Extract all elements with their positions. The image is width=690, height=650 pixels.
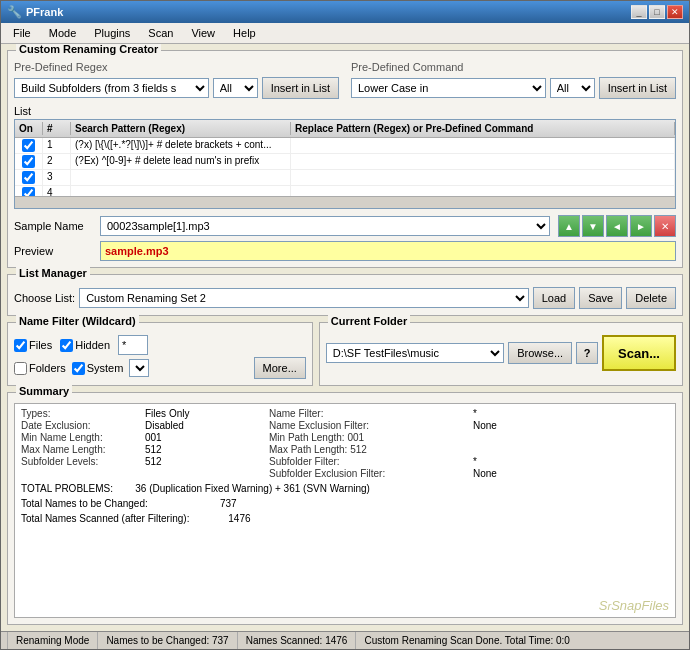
predefined-command-insert-btn[interactable]: Insert in List bbox=[599, 77, 676, 99]
hidden-check-label[interactable]: Hidden bbox=[60, 335, 110, 355]
system-check-label[interactable]: System bbox=[72, 362, 124, 375]
sample-name-dropdown[interactable]: 00023sample[1].mp3 bbox=[100, 216, 550, 236]
menu-plugins[interactable]: Plugins bbox=[86, 25, 138, 41]
choose-list-label: Choose List: bbox=[14, 292, 75, 304]
folders-check-label[interactable]: Folders bbox=[14, 362, 66, 375]
predefined-command-all[interactable]: All bbox=[550, 78, 595, 98]
folder-path-dropdown[interactable]: D:\SF TestFiles\music bbox=[326, 343, 504, 363]
row3-replace bbox=[291, 170, 675, 185]
types-key: Types: bbox=[21, 408, 141, 419]
row2-checkbox[interactable] bbox=[22, 155, 35, 168]
name-filter-key: Name Filter: bbox=[269, 408, 469, 419]
title-bar: 🔧 PFrank _ □ ✕ bbox=[1, 1, 689, 23]
choose-list-dropdown[interactable]: Custom Renaming Set 2 bbox=[79, 288, 528, 308]
filter-extra-dropdown[interactable] bbox=[129, 359, 149, 377]
delete-btn[interactable]: Delete bbox=[626, 287, 676, 309]
row1-num: 1 bbox=[43, 138, 71, 153]
wildcard-input[interactable] bbox=[118, 335, 148, 355]
max-path-key: Max Path Length: 512 bbox=[269, 444, 469, 455]
row4-replace bbox=[291, 186, 675, 196]
subfolder-excl-key: Subfolder Exclusion Filter: bbox=[269, 468, 469, 479]
app-icon: 🔧 bbox=[7, 5, 22, 19]
nav-up-btn[interactable]: ▲ bbox=[558, 215, 580, 237]
minimize-button[interactable]: _ bbox=[631, 5, 647, 19]
preview-label: Preview bbox=[14, 245, 96, 257]
menu-scan[interactable]: Scan bbox=[140, 25, 181, 41]
subfolder-excl-val: None bbox=[473, 468, 669, 479]
subfolder-filter-val: * bbox=[473, 456, 669, 467]
row2-replace bbox=[291, 154, 675, 169]
load-btn[interactable]: Load bbox=[533, 287, 575, 309]
date-excl-key: Date Exclusion: bbox=[21, 420, 141, 431]
col-search: Search Pattern (Regex) bbox=[71, 122, 291, 135]
files-checkbox[interactable] bbox=[14, 339, 27, 352]
total-names-key: Total Names to be Changed: bbox=[21, 498, 148, 509]
subfolder-filter-key: Subfolder Filter: bbox=[269, 456, 469, 467]
total-problems-key: TOTAL PROBLEMS: bbox=[21, 483, 113, 494]
maximize-button[interactable]: □ bbox=[649, 5, 665, 19]
watermark: SrSnapFiles bbox=[599, 597, 669, 613]
min-path-key: Min Path Length: 001 bbox=[269, 432, 469, 443]
max-name-val: 512 bbox=[145, 444, 265, 455]
summary-content: Types: Files Only Name Filter: * Date Ex… bbox=[14, 403, 676, 618]
nav-delete-btn[interactable]: ✕ bbox=[654, 215, 676, 237]
row1-checkbox[interactable] bbox=[22, 139, 35, 152]
menu-mode[interactable]: Mode bbox=[41, 25, 85, 41]
subfolder-levels-val: 512 bbox=[145, 456, 265, 467]
row4-checkbox[interactable] bbox=[22, 187, 35, 196]
preview-value: sample.mp3 bbox=[100, 241, 676, 261]
total-names-val: 737 bbox=[220, 498, 237, 509]
nav-right-btn[interactable]: ► bbox=[630, 215, 652, 237]
system-checkbox[interactable] bbox=[72, 362, 85, 375]
predefined-regex-all[interactable]: All bbox=[213, 78, 258, 98]
status-mode: Renaming Mode bbox=[7, 632, 98, 649]
name-excl-val: None bbox=[473, 420, 669, 431]
blank1 bbox=[21, 468, 141, 479]
menubar: File Mode Plugins Scan View Help bbox=[1, 23, 689, 44]
col-replace: Replace Pattern (Regex) or Pre-Defined C… bbox=[291, 122, 675, 135]
help-button[interactable]: ? bbox=[576, 342, 598, 364]
table-row: 4 bbox=[15, 186, 675, 196]
hidden-checkbox[interactable] bbox=[60, 339, 73, 352]
row3-checkbox[interactable] bbox=[22, 171, 35, 184]
scan-btn[interactable]: Scan... bbox=[602, 335, 676, 371]
predefined-regex-insert-btn[interactable]: Insert in List bbox=[262, 77, 339, 99]
row4-num: 4 bbox=[43, 186, 71, 196]
predefined-command-dropdown[interactable]: Lower Case in bbox=[351, 78, 546, 98]
horizontal-scrollbar[interactable] bbox=[15, 196, 675, 208]
name-filter-title: Name Filter (Wildcard) bbox=[16, 315, 139, 327]
browse-btn[interactable]: Browse... bbox=[508, 342, 572, 364]
predefined-command-label: Pre-Defined Command bbox=[351, 61, 676, 73]
menu-help[interactable]: Help bbox=[225, 25, 264, 41]
predefined-regex-label: Pre-Defined Regex bbox=[14, 61, 339, 73]
status-names-to-change: Names to be Changed: 737 bbox=[98, 632, 237, 649]
files-check-label[interactable]: Files bbox=[14, 335, 52, 355]
list-label: List bbox=[14, 105, 676, 117]
col-num: # bbox=[43, 122, 71, 135]
menu-file[interactable]: File bbox=[5, 25, 39, 41]
more-btn[interactable]: More... bbox=[254, 357, 306, 379]
total-names-row: Total Names to be Changed: 737 bbox=[21, 498, 669, 509]
table-header: On # Search Pattern (Regex) Replace Patt… bbox=[15, 120, 675, 138]
summary-group: Summary Types: Files Only Name Filter: *… bbox=[7, 392, 683, 625]
custom-renaming-title: Custom Renaming Creator bbox=[16, 44, 161, 55]
row3-search bbox=[71, 170, 291, 185]
date-excl-val: Disabled bbox=[145, 420, 265, 431]
folders-checkbox[interactable] bbox=[14, 362, 27, 375]
list-manager-title: List Manager bbox=[16, 267, 90, 279]
menu-view[interactable]: View bbox=[183, 25, 223, 41]
predefined-regex-dropdown[interactable]: Build Subfolders (from 3 fields s bbox=[14, 78, 209, 98]
min-name-val: 001 bbox=[145, 432, 265, 443]
row3-num: 3 bbox=[43, 170, 71, 185]
max-path-val bbox=[473, 444, 669, 455]
nav-down-btn[interactable]: ▼ bbox=[582, 215, 604, 237]
list-manager-group: List Manager Choose List: Custom Renamin… bbox=[7, 274, 683, 316]
max-name-key: Max Name Length: bbox=[21, 444, 141, 455]
save-btn[interactable]: Save bbox=[579, 287, 622, 309]
status-names-scanned: Names Scanned: 1476 bbox=[238, 632, 357, 649]
total-problems-val: 36 (Duplication Fixed Warning) + 361 (SV… bbox=[135, 483, 370, 494]
close-button[interactable]: ✕ bbox=[667, 5, 683, 19]
row1-replace bbox=[291, 138, 675, 153]
table-row: 2 (?Ex) ^[0-9]+ # delete lead num's in p… bbox=[15, 154, 675, 170]
nav-left-btn[interactable]: ◄ bbox=[606, 215, 628, 237]
